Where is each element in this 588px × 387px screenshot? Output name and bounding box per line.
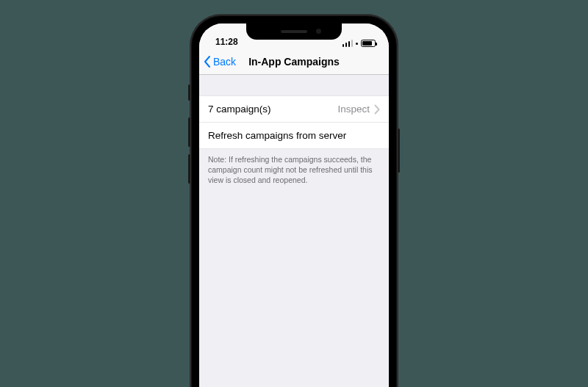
speaker-icon	[281, 30, 307, 33]
campaigns-detail-label: Inspect	[337, 104, 370, 115]
power-button	[398, 129, 400, 173]
wifi-icon	[356, 43, 358, 45]
phone-frame: 11:28 Back In-App Campaigns 7 campaign(s…	[190, 15, 398, 387]
cellular-signal-icon	[343, 40, 354, 47]
silence-switch-icon	[188, 84, 190, 101]
back-button[interactable]: Back	[204, 55, 236, 68]
refresh-campaigns-row[interactable]: Refresh campaigns from server	[199, 123, 389, 149]
footer-note: Note: If refreshing the campaigns succee…	[199, 149, 389, 186]
navigation-bar: Back In-App Campaigns	[199, 48, 389, 75]
status-time: 11:28	[215, 37, 238, 47]
volume-up-button	[188, 117, 190, 147]
camera-icon	[316, 29, 321, 34]
phone-screen: 11:28 Back In-App Campaigns 7 campaign(s…	[199, 23, 389, 387]
battery-icon	[361, 40, 376, 47]
campaigns-row[interactable]: 7 campaign(s) Inspect	[199, 96, 389, 123]
chevron-right-icon	[374, 104, 380, 115]
content-area: 7 campaign(s) Inspect Refresh campaigns …	[199, 75, 389, 186]
volume-down-button	[188, 154, 190, 184]
status-indicators	[343, 40, 376, 47]
campaigns-count-label: 7 campaign(s)	[208, 104, 271, 115]
refresh-label: Refresh campaigns from server	[208, 130, 346, 141]
back-label: Back	[213, 56, 236, 68]
chevron-left-icon	[204, 55, 212, 68]
notch	[246, 23, 342, 40]
